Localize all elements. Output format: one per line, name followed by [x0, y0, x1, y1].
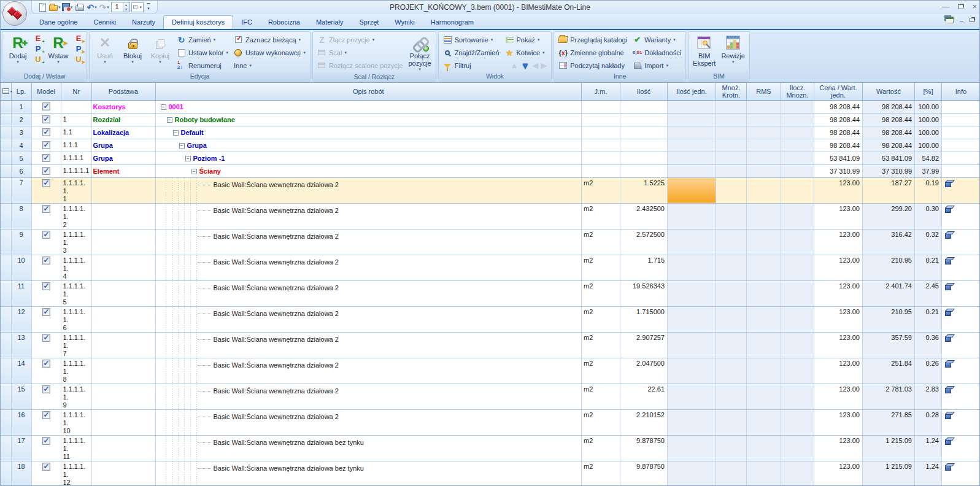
model-checkbox[interactable]: ✓	[42, 360, 50, 368]
cell-rms[interactable]	[747, 384, 781, 409]
grid-row-6[interactable]: 6✓1.1.1.1.1Element−Ściany37 310.9937 310…	[1, 164, 979, 177]
cell-info[interactable]	[942, 255, 980, 280]
cell-ilocz[interactable]	[781, 113, 814, 126]
cell-procent[interactable]: 100.00	[915, 113, 942, 126]
cell-rms[interactable]	[747, 435, 781, 461]
column-header-opis[interactable]: Opis robót	[155, 83, 582, 100]
grid-row-16[interactable]: 16✓1.1.1.1.1.10Basic Wall:Ściana wewnętr…	[1, 409, 979, 435]
mdi-minimize-button[interactable]: ‒	[960, 17, 963, 23]
model-checkbox[interactable]: ✓	[42, 411, 50, 419]
cell-opis[interactable]: Basic Wall:Ściana wewnętrzna działowa 2	[155, 306, 582, 332]
cell-mnoz[interactable]	[716, 409, 747, 435]
pokaz-button[interactable]: Pokaż▾	[503, 34, 549, 45]
cell-wartosc[interactable]: 1 215.09	[863, 461, 915, 486]
cell-mnoz[interactable]	[716, 100, 747, 113]
cell-rms[interactable]	[747, 152, 781, 164]
cell-rowsel[interactable]	[1, 229, 11, 255]
cell-ilosc[interactable]: 1.5225	[620, 177, 668, 203]
cell-ilosc_jedn[interactable]	[668, 435, 716, 461]
cell-podstawa[interactable]: Element	[91, 164, 155, 177]
column-header-jm[interactable]: J.m.	[582, 83, 620, 100]
cell-nr[interactable]: 1.1.1.1.1.5	[61, 280, 91, 306]
cell-info[interactable]	[942, 203, 980, 229]
rewizje-button[interactable]: Rewizje▾	[719, 33, 747, 65]
grid-row-3[interactable]: 3✓1.1Lokalizacja−Default98 208.4498 208.…	[1, 126, 979, 139]
cell-jm[interactable]: m2	[582, 229, 620, 255]
cell-lp[interactable]: 10	[11, 255, 31, 280]
cell-wartosc[interactable]: 251.84	[863, 358, 915, 384]
model-checkbox[interactable]: ✓	[42, 205, 50, 213]
cell-mnoz[interactable]	[716, 358, 747, 384]
cell-lp[interactable]: 9	[11, 229, 31, 255]
przegladaj-katalogi-button[interactable]: Przeglądaj katalogi	[557, 34, 629, 45]
usun-button[interactable]: ✕ Usuń▾	[92, 33, 118, 65]
wstaw-button[interactable]: R➤ Wstaw▾	[45, 33, 71, 65]
cell-wartosc[interactable]: 271.85	[863, 409, 915, 435]
cell-model[interactable]: ✓	[31, 461, 61, 486]
cell-nr[interactable]: 1.1.1.1.1	[61, 164, 91, 177]
cell-cena[interactable]: 98 208.44	[814, 113, 863, 126]
app-menu-button[interactable]	[2, 1, 27, 26]
cell-model[interactable]: ✓	[31, 100, 61, 113]
model-cube-icon[interactable]	[945, 207, 951, 213]
mdi-restore-button[interactable]	[970, 18, 974, 22]
cell-mnoz[interactable]	[716, 152, 747, 164]
customize-qat-button[interactable]: ▔▾	[145, 2, 152, 13]
wstaw-dropdown-icon[interactable]: ▾	[57, 60, 60, 64]
cell-model[interactable]: ✓	[31, 384, 61, 409]
dokladnosci-button[interactable]: 0,01Dokładności	[631, 47, 683, 58]
column-header-rowsel[interactable]	[1, 83, 11, 100]
cell-cena[interactable]: 98 208.44	[814, 126, 863, 139]
cell-ilosc_jedn[interactable]	[668, 280, 716, 306]
cell-ilosc_jedn[interactable]	[668, 113, 716, 126]
cell-jm[interactable]: m2	[582, 255, 620, 280]
cell-model[interactable]: ✓	[31, 203, 61, 229]
model-checkbox[interactable]: ✓	[42, 102, 50, 110]
cell-wartosc[interactable]: 53 841.09	[863, 152, 915, 164]
cell-jm[interactable]: m2	[582, 203, 620, 229]
model-checkbox[interactable]: ✓	[42, 154, 50, 162]
cell-lp[interactable]: 8	[11, 203, 31, 229]
cell-lp[interactable]: 1	[11, 100, 31, 113]
cell-nr[interactable]: 1.1.1.1	[61, 152, 91, 164]
model-cube-icon[interactable]	[945, 362, 951, 368]
column-header-nr[interactable]: Nr	[61, 83, 91, 100]
cell-podstawa[interactable]	[91, 435, 155, 461]
cell-opis[interactable]: Basic Wall:Ściana wewnętrzna działowa 2	[155, 332, 582, 358]
model-checkbox[interactable]: ✓	[42, 437, 50, 445]
nav-right-button[interactable]: ▶	[541, 61, 547, 70]
cell-opis[interactable]: Basic Wall:Ściana wewnętrzna działowa be…	[155, 461, 582, 486]
ustaw-kolor-button[interactable]: Ustaw kolor▾	[175, 47, 230, 58]
cell-nr[interactable]: 1.1.1.1.1.10	[61, 409, 91, 435]
column-header-model[interactable]: Model	[31, 83, 61, 100]
cell-wartosc[interactable]: 98 208.44	[863, 139, 915, 152]
open-file-button[interactable]: ▾	[49, 2, 61, 13]
cell-jm[interactable]	[582, 139, 620, 152]
cell-podstawa[interactable]	[91, 358, 155, 384]
cell-nr[interactable]: 1.1.1.1.1.12	[61, 461, 91, 486]
cell-ilosc[interactable]: 1.715000	[620, 306, 668, 332]
model-checkbox[interactable]: ✓	[42, 463, 50, 471]
cell-rowsel[interactable]	[1, 100, 11, 113]
cell-procent[interactable]: 54.82	[915, 152, 942, 164]
cell-ilosc[interactable]	[620, 113, 668, 126]
cell-procent[interactable]: 0.30	[915, 203, 942, 229]
cell-ilosc_jedn[interactable]	[668, 332, 716, 358]
grid-row-14[interactable]: 14✓1.1.1.1.1.8Basic Wall:Ściana wewnętrz…	[1, 358, 979, 384]
kopiuj-dropdown-icon[interactable]: ▾	[159, 60, 161, 64]
restore-button[interactable]	[958, 4, 963, 9]
cell-podstawa[interactable]: Rozdział	[91, 113, 155, 126]
cell-ilocz[interactable]	[781, 126, 814, 139]
tab-materiały[interactable]: Materiały	[308, 16, 352, 29]
cell-rms[interactable]	[747, 358, 781, 384]
cell-mnoz[interactable]	[716, 164, 747, 177]
cell-podstawa[interactable]	[91, 306, 155, 332]
cell-model[interactable]: ✓	[31, 177, 61, 203]
cell-mnoz[interactable]	[716, 126, 747, 139]
cell-ilosc_jedn[interactable]	[668, 126, 716, 139]
cell-procent[interactable]: 0.36	[915, 332, 942, 358]
cell-ilosc_jedn[interactable]	[668, 255, 716, 280]
column-header-mnoz[interactable]: Mnoż. Krotn.	[716, 83, 747, 100]
kotwice-button[interactable]: ★Kotwice▾	[503, 47, 549, 58]
cell-procent[interactable]: 0.28	[915, 409, 942, 435]
